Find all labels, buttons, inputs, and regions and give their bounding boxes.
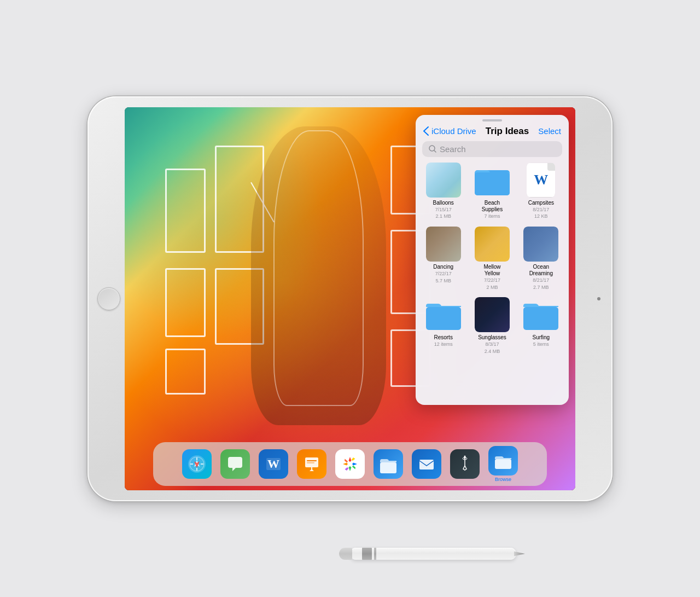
file-meta-resorts: 12 items [434, 341, 453, 348]
side-camera [597, 297, 600, 300]
file-icon-surfing [523, 297, 558, 332]
dock-item-messages[interactable] [220, 449, 250, 479]
page-wrapper: iCloud Drive Trip Ideas Select Search [0, 0, 700, 597]
chevron-left-icon [423, 126, 429, 136]
word-app-icon[interactable]: W [259, 449, 288, 479]
file-icon-mellow-yellow [475, 227, 510, 262]
messages-icon [226, 455, 244, 473]
file-name-sunglasses: Sunglasses [478, 334, 506, 341]
pencil-band [374, 548, 376, 560]
file-item-sunglasses[interactable]: Sunglasses 8/3/17 2.4 MB [470, 297, 514, 355]
file-meta1-dancing: 7/22/17 [435, 271, 452, 277]
dock-item-mail[interactable] [412, 449, 441, 479]
search-bar[interactable]: Search [422, 141, 562, 157]
file-item-ocean-dreaming[interactable]: OceanDreaming 8/21/17 2.7 MB [519, 227, 563, 291]
dock-item-safari[interactable] [182, 449, 212, 479]
file-item-resorts[interactable]: Resorts 12 items [421, 297, 465, 355]
file-name-mellow: MellowYellow [483, 264, 500, 277]
photos-app-icon[interactable] [335, 449, 365, 479]
word-letter-icon: W [534, 172, 548, 188]
keynote-app-icon[interactable] [297, 449, 326, 479]
pencil-cap [339, 548, 352, 560]
svg-rect-21 [380, 462, 396, 473]
mail-app-icon[interactable] [412, 449, 441, 479]
pencil-connector [362, 548, 372, 560]
file-item-beach-supplies[interactable]: BeachSupplies 7 items [470, 163, 514, 220]
file-name-ocean: OceanDreaming [529, 264, 553, 277]
folder-icon-beach-supplies [475, 165, 510, 195]
svg-rect-2 [475, 172, 510, 195]
file-meta-surfing: 5 items [533, 341, 549, 348]
file-icon-sunglasses [475, 297, 510, 332]
files-app-icon[interactable] [374, 449, 403, 479]
file-item-mellow-yellow[interactable]: MellowYellow 7/22/17 2 MB [470, 227, 514, 291]
file-icon-balloons [426, 163, 461, 198]
dock-item-browse[interactable]: Browse [488, 446, 518, 482]
dock-item-word[interactable]: W [259, 449, 288, 479]
file-item-campsites[interactable]: W Campsites 8/21/17 12 KB [519, 163, 563, 220]
mail-icon [417, 455, 436, 473]
svg-rect-22 [419, 460, 434, 470]
file-meta1-mellow: 7/22/17 [484, 277, 500, 284]
browse-folder-icon [493, 450, 514, 471]
ipad-screen: iCloud Drive Trip Ideas Select Search [125, 107, 575, 490]
file-item-balloons[interactable]: Balloons 7/15/17 2.1 MB [421, 163, 465, 220]
svg-rect-3 [426, 307, 461, 330]
file-meta2-balloons: 2.1 MB [435, 213, 451, 220]
file-item-dancing[interactable]: Dancing 7/22/17 5.7 MB [421, 227, 465, 291]
apple-pencil [339, 548, 525, 560]
browse-label: Browse [495, 477, 511, 482]
file-icon-resorts [426, 297, 461, 332]
safari-app-icon[interactable] [182, 449, 212, 479]
panel-title: Trip Ideas [486, 126, 529, 137]
svg-rect-17 [311, 467, 312, 470]
file-name-beach: BeachSupplies [482, 200, 503, 213]
dock: W [153, 442, 547, 486]
file-meta2-ocean: 2.7 MB [533, 285, 549, 291]
panel-header: iCloud Drive Trip Ideas Select [416, 124, 569, 141]
file-name-campsites: Campsites [528, 200, 554, 206]
file-name-balloons: Balloons [433, 200, 453, 206]
svg-rect-4 [523, 307, 558, 330]
ipad-frame: iCloud Drive Trip Ideas Select Search [88, 96, 612, 501]
svg-rect-18 [307, 460, 317, 461]
messages-app-icon[interactable] [220, 449, 250, 479]
svg-text:W: W [267, 457, 279, 471]
folder-icon-resorts [426, 299, 461, 330]
file-item-surfing[interactable]: Surfing 5 items [519, 297, 563, 355]
file-name-dancing: Dancing [433, 264, 453, 270]
file-name-surfing: Surfing [532, 334, 550, 341]
back-button[interactable]: iCloud Drive [423, 126, 476, 136]
back-label: iCloud Drive [431, 126, 476, 136]
dock-item-photos[interactable] [335, 449, 365, 479]
search-placeholder: Search [440, 144, 466, 154]
panel-drag-indicator [482, 119, 502, 121]
keynote-icon [302, 455, 321, 473]
file-meta1-sunglasses: 8/3/17 [485, 341, 499, 348]
apple-pencil-wrapper [339, 548, 525, 560]
pencil-app-icon[interactable] [450, 449, 480, 479]
file-icon-dancing [426, 227, 461, 262]
file-meta1-campsites: 8/21/17 [533, 207, 549, 213]
file-meta2-campsites: 12 KB [534, 213, 548, 220]
select-button[interactable]: Select [538, 126, 561, 136]
home-button[interactable] [97, 287, 120, 310]
word-icon: W [264, 455, 283, 473]
search-icon [429, 145, 436, 153]
file-meta1-ocean: 8/21/17 [533, 277, 549, 284]
file-icon-beach-supplies [475, 163, 510, 198]
files-grid: Balloons 7/15/17 2.1 MB [416, 163, 569, 355]
photos-icon [341, 455, 359, 473]
dock-item-keynote[interactable] [297, 449, 326, 479]
svg-rect-25 [495, 459, 511, 469]
svg-rect-19 [307, 462, 314, 463]
files-panel: iCloud Drive Trip Ideas Select Search [416, 115, 569, 405]
ink-pen-icon [456, 455, 474, 473]
files-icon [378, 454, 399, 474]
dock-item-pencil-app[interactable] [450, 449, 480, 479]
file-icon-campsites: W [527, 163, 555, 198]
dock-item-files[interactable] [374, 449, 403, 479]
folder-icon-surfing [523, 299, 558, 330]
svg-point-20 [348, 462, 352, 466]
browse-app-icon[interactable] [488, 446, 518, 476]
